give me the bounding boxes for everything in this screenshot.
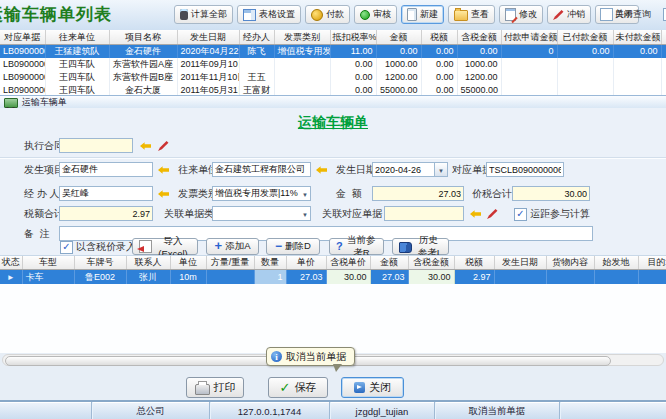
header-cell[interactable]: 车牌号: [74, 256, 126, 270]
delete-row-button[interactable]: 删除D: [266, 238, 320, 255]
reverse-button[interactable]: 冲销: [547, 5, 591, 24]
status-cell-server: 127.0.0.1,1744: [210, 402, 330, 419]
edit-pen-icon[interactable]: [487, 208, 498, 219]
page-title: 运输车辆单列表: [0, 3, 112, 26]
header-cell[interactable]: 已付款金额: [557, 30, 613, 45]
list-cell: 东营软件园B座: [109, 71, 177, 84]
header-cell[interactable]: 税额: [421, 30, 457, 45]
detail-cell: 鲁E002: [74, 270, 126, 285]
header-cell[interactable]: 含税金额: [408, 256, 454, 270]
header-cell[interactable]: 金额: [376, 30, 421, 45]
amount-input[interactable]: [372, 186, 464, 201]
lookup-icon[interactable]: [158, 189, 169, 199]
invoice-type-select[interactable]: 增值税专用发票|11%: [212, 186, 311, 201]
date-picker[interactable]: 2020-04-26: [372, 162, 448, 177]
header-cell[interactable]: 税额: [454, 256, 494, 270]
header-cell[interactable]: 抵扣税率%: [330, 30, 376, 45]
header-cell[interactable]: 单价: [286, 256, 326, 270]
doc-no-input[interactable]: [486, 162, 564, 177]
header-cell[interactable]: 含税单价: [326, 256, 370, 270]
list-cell: 金石硬件: [109, 45, 177, 59]
lookup-icon[interactable]: [470, 209, 481, 219]
agent-input[interactable]: [59, 186, 153, 201]
new-button[interactable]: 新建: [401, 5, 444, 24]
audit-button[interactable]: 审核: [354, 5, 397, 24]
price-tax-total-label: 价税合计: [472, 186, 512, 201]
header-cell[interactable]: 状态: [0, 256, 22, 270]
distance-calc-checkbox[interactable]: 运距参与计算: [514, 207, 590, 221]
edit-pen-icon[interactable]: [158, 140, 169, 151]
header-cell[interactable]: 发生日期: [177, 30, 239, 45]
list-cell: 王猛建筑队: [45, 45, 109, 59]
related-doc-input[interactable]: [384, 206, 464, 221]
toolbar-checkboxes: 目录查询 显示: [600, 8, 666, 21]
payment-icon: [311, 9, 323, 21]
price-tax-total-input[interactable]: [512, 186, 590, 201]
lookup-icon[interactable]: [316, 165, 327, 175]
header-cell[interactable]: 对应单据: [0, 30, 45, 45]
catalog-query-checkbox[interactable]: 目录查询: [600, 8, 651, 21]
print-button[interactable]: 打印: [186, 377, 244, 398]
save-button[interactable]: 保存: [268, 377, 328, 398]
calendar-dropdown-icon[interactable]: [434, 163, 447, 176]
info-icon: [271, 351, 282, 362]
list-cell: 0.00: [421, 45, 457, 59]
header-cell[interactable]: 数量: [254, 256, 286, 270]
payment-button[interactable]: 付款: [305, 5, 350, 24]
header-cell[interactable]: 联系人: [126, 256, 170, 270]
vehicle-form-tab[interactable]: 运输车辆单: [0, 95, 666, 108]
header-cell[interactable]: 始发地: [594, 256, 638, 270]
tax-total-input[interactable]: [59, 206, 153, 221]
button-label: 付款: [326, 8, 344, 21]
header-cell[interactable]: 发票类别: [274, 30, 330, 45]
lookup-icon[interactable]: [140, 141, 151, 151]
detail-cell: [546, 270, 594, 285]
lookup-icon[interactable]: [158, 165, 169, 175]
current-reference-button[interactable]: 当前参考R: [329, 238, 384, 255]
header-cell[interactable]: 含税金额: [457, 30, 501, 45]
table-settings-icon: [243, 9, 256, 21]
header-cell[interactable]: 往来单位: [45, 30, 109, 45]
header-cell[interactable]: 发生日期: [494, 256, 546, 270]
modify-button[interactable]: 修改: [499, 5, 543, 24]
add-row-button[interactable]: 添加A: [206, 238, 259, 255]
detail-row-selected[interactable]: 卡车 鲁E002 张川 10m 1 27.03 30.00 27.03 30.0…: [0, 270, 666, 285]
related-type-select[interactable]: [212, 206, 311, 221]
history-reference-button[interactable]: 历史参考I: [392, 238, 449, 255]
header-cell[interactable]: 车型: [22, 256, 74, 270]
button-label: 新建: [420, 8, 438, 21]
tax-price-entry-checkbox[interactable]: 以含税价录入: [60, 240, 136, 254]
list-row-selected[interactable]: LB090000004 王猛建筑队 金石硬件 2020年04月22日 陈飞 增值…: [0, 45, 666, 59]
button-label: 查看: [471, 8, 489, 21]
contract-input[interactable]: [59, 138, 133, 153]
list-cell: 0.00: [376, 45, 421, 59]
checkbox-label: 以含税价录入: [76, 240, 136, 254]
header-cell[interactable]: 单位: [170, 256, 206, 270]
checkbox-label: 目录查询: [615, 8, 651, 21]
header-cell[interactable]: 金额: [370, 256, 408, 270]
calculator-icon: [180, 9, 188, 20]
view-button[interactable]: 查看: [448, 5, 495, 24]
list-row[interactable]: LB090000002 王四车队 东营软件园A座 2011年09月10日 0.0…: [0, 58, 666, 71]
import-icon: [139, 240, 152, 253]
project-input[interactable]: [59, 162, 153, 177]
tab-label: 运输车辆单: [22, 96, 67, 109]
header-cell[interactable]: 方量/重量: [206, 256, 254, 270]
header-cell[interactable]: 经办人: [239, 30, 274, 45]
table-settings-button[interactable]: 表格设置: [237, 5, 301, 24]
header-cell[interactable]: 未付款金额: [613, 30, 661, 45]
import-excel-button[interactable]: 导入(Excel): [132, 238, 198, 255]
counterpart-input[interactable]: [212, 162, 311, 177]
header-cell[interactable]: 目的地: [638, 256, 666, 270]
header-cell[interactable]: 已审: [661, 30, 666, 45]
modify-icon: [505, 8, 516, 21]
truck-icon: [4, 98, 18, 108]
header-cell[interactable]: 项目名称: [109, 30, 177, 45]
header-cell[interactable]: 付款申请金额: [501, 30, 557, 45]
list-row[interactable]: LB090000001 王四车队 金石大厦 2011年05月31日 王富财 0.…: [0, 84, 666, 95]
close-form-button[interactable]: 关闭: [341, 377, 404, 398]
header-cell[interactable]: 货物内容: [546, 256, 594, 270]
contract-label: 执行合同: [24, 138, 64, 153]
list-row[interactable]: LB090000003 王四车队 东营软件园B座 2011年11月10日 王五 …: [0, 71, 666, 84]
calc-all-button[interactable]: 计算全部: [174, 5, 233, 24]
